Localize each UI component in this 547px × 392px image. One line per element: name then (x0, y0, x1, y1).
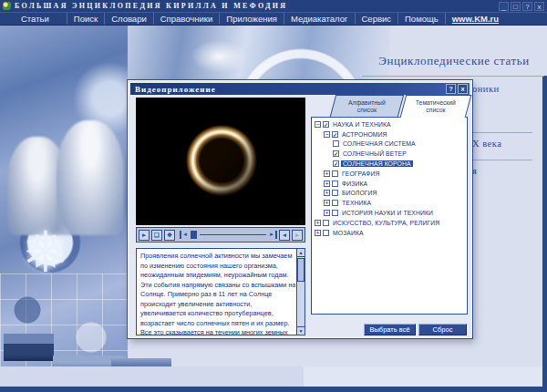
expand-icon[interactable]: + (324, 181, 330, 187)
slider-start-icon: ◄ (180, 231, 188, 239)
seek-slider-track[interactable] (200, 234, 266, 235)
snowflake-image: ❅ (22, 224, 69, 281)
tab-thematic-list[interactable]: Тематический список (400, 95, 472, 118)
description-text: Проявления солнечной активности мы замеч… (137, 249, 296, 335)
restore-icon[interactable]: □ (511, 2, 521, 11)
play-button[interactable]: ► (139, 230, 150, 241)
app-icon (3, 2, 11, 10)
divider (472, 132, 532, 133)
description-scrollbar[interactable]: ▲ ▼ (296, 249, 304, 335)
video-frame[interactable] (136, 98, 305, 225)
thematic-tree: − ✓ НАУКА И ТЕХНИКА − ✓ АСТРОНОМИЯ СОЛНЕ… (311, 117, 468, 315)
tree-item-mosaic[interactable]: + МОЗАИКА (312, 228, 467, 238)
divider (472, 160, 532, 160)
section-link-fragment[interactable]: я (472, 166, 477, 176)
menu-item-km-link[interactable]: www.KM.ru (445, 13, 505, 25)
minimize-icon[interactable]: _ (499, 2, 509, 11)
checkbox[interactable] (323, 230, 329, 236)
dialog-close-icon[interactable]: x (458, 84, 468, 94)
window-title: БОЛЬШАЯ ЭНЦИКЛОПЕДИЯ КИРИЛЛА И МЕФОДИЯ (15, 2, 497, 10)
section-link-fragment[interactable]: оники (472, 84, 500, 94)
expand-icon[interactable]: + (324, 170, 330, 177)
page-bottom-border (0, 387, 547, 392)
text-line: по изменению состояния нашего организма, (140, 262, 295, 272)
menu-item-search[interactable]: Поиск (67, 13, 104, 25)
dialog-title: Видеоприложение (135, 85, 444, 94)
tab-alphabetical-list[interactable]: Алфавитный список (330, 95, 404, 117)
menu-item-appendices[interactable]: Приложения (219, 13, 284, 25)
divider (362, 76, 544, 77)
tab-label: список (357, 107, 377, 114)
text-line: неожиданным эпидемиям, неурожайным годам… (140, 271, 295, 281)
menu-item-help[interactable]: Помощь (397, 13, 445, 25)
tree-item-physics[interactable]: + ФИЗИКА (312, 179, 467, 189)
expand-icon[interactable]: + (324, 190, 330, 196)
checkbox[interactable] (323, 220, 329, 226)
tank-image (4, 334, 54, 361)
collapse-icon[interactable]: − (324, 131, 330, 138)
close-icon[interactable]: x (534, 2, 544, 11)
checkbox[interactable] (332, 200, 338, 206)
tree-item-technics[interactable]: + ТЕХНИКА (312, 198, 467, 208)
menu-item-references[interactable]: Справочники (153, 13, 220, 25)
expand-icon[interactable]: + (315, 230, 321, 236)
window-titlebar: БОЛЬШАЯ ЭНЦИКЛОПЕДИЯ КИРИЛЛА И МЕФОДИЯ _… (0, 0, 547, 12)
section-link-encyclopedic-articles[interactable]: Энциклопедические статьи (363, 54, 545, 68)
checkbox[interactable] (332, 190, 338, 196)
checkbox[interactable] (332, 181, 338, 187)
step-forward-button[interactable]: ► (292, 230, 303, 241)
tree-item-science-tech[interactable]: − ✓ НАУКА И ТЕХНИКА (312, 119, 467, 129)
solar-eclipse-image (186, 125, 257, 196)
reset-button[interactable]: Сброс (418, 324, 467, 335)
expand-icon[interactable]: + (324, 210, 330, 216)
checkbox[interactable]: ✓ (332, 131, 338, 138)
scroll-down-icon[interactable]: ▼ (297, 326, 304, 335)
collapse-icon[interactable]: − (315, 121, 321, 128)
window-help-icon[interactable]: ? (522, 2, 532, 11)
menu-item-articles[interactable]: Статьи (15, 13, 56, 25)
tree-item-biology[interactable]: + БИОЛОГИЯ (312, 189, 467, 199)
tree-item-geography[interactable]: + ГЕОГРАФИЯ (312, 169, 467, 179)
frame-mode-button[interactable]: ❏ (151, 230, 162, 241)
scrollbar-thumb[interactable] (297, 258, 304, 282)
collage-left-photos: ❅ (0, 26, 128, 366)
tree-item-art-culture-religion[interactable]: + ИСКУССТВО, КУЛЬТУРА, РЕЛИГИЯ (312, 218, 467, 228)
checkbox[interactable]: ✓ (333, 160, 339, 167)
step-back-button[interactable]: ◄ (279, 230, 290, 241)
text-line: Эти события напрямую связаны со вспышкам… (140, 281, 295, 291)
checkbox[interactable] (332, 170, 338, 177)
expand-icon[interactable]: + (315, 220, 321, 226)
video-appendix-dialog: Видеоприложение ? x ► ❏ ✥ ◄ ► ◄ ► Проявл… (128, 80, 472, 338)
text-line: возрастает число солнечных пятен и их ра… (140, 319, 295, 329)
menu-item-service[interactable]: Сервис (355, 13, 398, 25)
description-panel: Проявления солнечной активности мы замеч… (136, 248, 305, 335)
tree-item-solar-wind[interactable]: ✓ СОЛНЕЧНЫЙ ВЕТЕР (312, 149, 467, 159)
tree-item-solar-system[interactable]: СОЛНЕЧНАЯ СИСТЕМА (312, 139, 467, 150)
checkbox[interactable]: ✓ (333, 150, 339, 157)
menu-item-mediacatalog[interactable]: Медиакаталог (284, 13, 355, 25)
menu-item-dictionaries[interactable]: Словари (104, 13, 153, 25)
text-line: увеличивается количество протуберанцев, (140, 309, 295, 319)
page-right-border (542, 76, 547, 387)
checkbox[interactable] (333, 140, 339, 147)
menu-bar: Статьи Поиск Словари Справочники Приложе… (0, 12, 547, 26)
text-line: Солнце. Примерно раз в 11 лет на Солнце (140, 290, 295, 300)
player-controls: ► ❏ ✥ ◄ ► ◄ ► (136, 227, 305, 242)
text-line: происходит увеличение активности, (140, 300, 295, 310)
checkbox[interactable]: ✓ (323, 121, 329, 128)
dialog-help-icon[interactable]: ? (446, 84, 456, 94)
pan-button[interactable]: ✥ (164, 230, 175, 241)
tree-item-history-science[interactable]: + ИСТОРИЯ НАУКИ И ТЕХНИКИ (312, 208, 467, 218)
select-all-button[interactable]: Выбрать всё (364, 324, 416, 335)
checkbox[interactable] (332, 210, 338, 216)
tab-label: Тематический (416, 99, 456, 107)
dialog-titlebar[interactable]: Видеоприложение ? x (130, 83, 470, 95)
text-line: Проявления солнечной активности мы замеч… (140, 252, 295, 262)
tab-label: список (426, 107, 445, 114)
expand-icon[interactable]: + (324, 200, 330, 206)
tree-item-astronomy[interactable]: − ✓ АСТРОНОМИЯ (312, 129, 467, 139)
tree-item-solar-corona[interactable]: ✓ СОЛНЕЧНАЯ КОРОНА (312, 159, 467, 169)
scroll-up-icon[interactable]: ▲ (297, 249, 304, 257)
section-link-fragment[interactable]: X века (472, 139, 501, 149)
seek-slider-thumb[interactable] (191, 231, 197, 239)
